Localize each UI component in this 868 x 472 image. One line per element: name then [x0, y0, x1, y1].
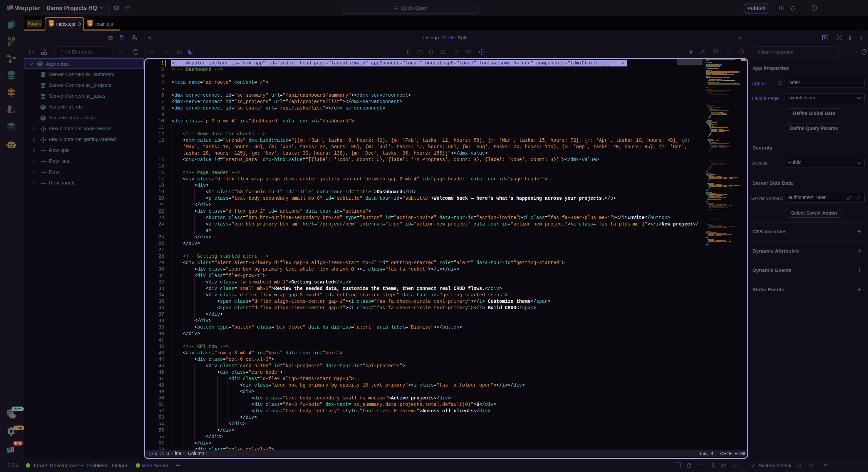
svg-text:?: ?: [863, 50, 865, 54]
svg-text:?: ?: [813, 6, 815, 10]
svg-text:?: ?: [740, 50, 742, 54]
svg-text:?: ?: [135, 50, 137, 54]
